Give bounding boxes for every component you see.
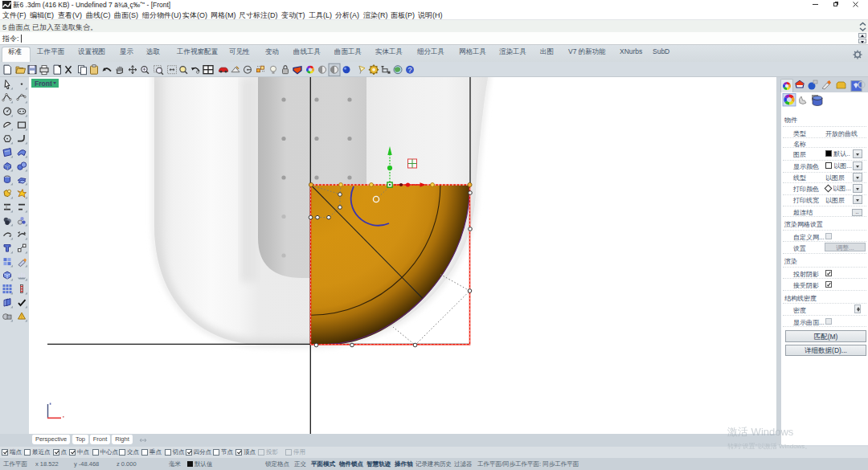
svg-text:?: ?	[408, 66, 412, 74]
svg-text:Front: Front	[35, 80, 52, 88]
